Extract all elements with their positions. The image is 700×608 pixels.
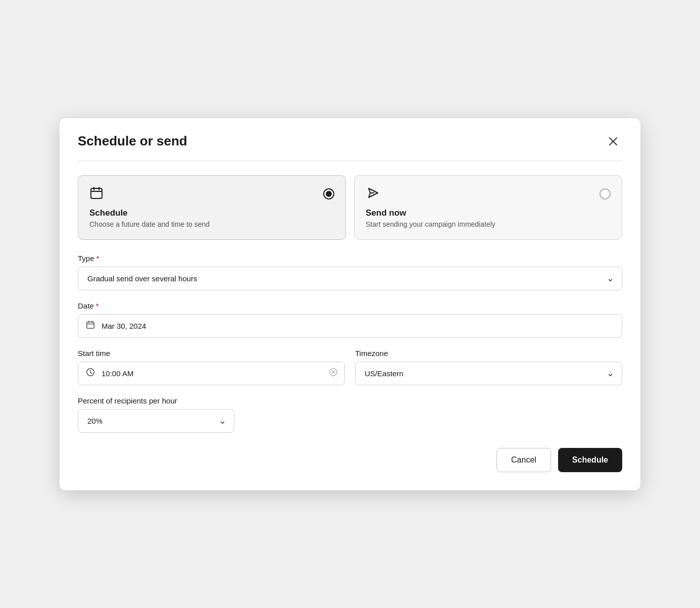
schedule-card-top [89, 186, 334, 202]
modal-title: Schedule or send [78, 133, 187, 149]
timezone-select[interactable]: US/Eastern US/Central US/Pacific UTC [355, 362, 622, 385]
send-now-option-desc: Start sending your campaign immediately [366, 220, 611, 228]
send-now-option-title: Send now [366, 208, 611, 218]
calendar-icon [89, 186, 104, 202]
schedule-radio-inner [326, 191, 332, 197]
timezone-label: Timezone [355, 349, 622, 358]
percent-section: Percent of recipients per hour 5% 10% 20… [78, 396, 622, 433]
send-now-radio[interactable] [599, 188, 611, 199]
percent-select-wrapper: 5% 10% 20% 25% 50% 100% ⌄ [78, 409, 234, 433]
percent-select[interactable]: 5% 10% 20% 25% 50% 100% [78, 409, 234, 433]
time-timezone-row: Start time [78, 349, 622, 385]
send-now-card-top [366, 186, 611, 202]
timezone-section: Timezone US/Eastern US/Central US/Pacifi… [355, 349, 622, 385]
close-button[interactable] [604, 132, 622, 150]
schedule-radio[interactable] [323, 188, 334, 199]
modal: Schedule or send [60, 118, 640, 490]
percent-label: Percent of recipients per hour [78, 396, 622, 405]
date-input-wrapper [78, 314, 622, 338]
date-required-star: * [96, 301, 99, 310]
type-label: Type * [78, 254, 622, 263]
time-input[interactable] [78, 362, 345, 385]
cancel-button[interactable]: Cancel [496, 448, 551, 472]
start-time-label: Start time [78, 349, 345, 358]
schedule-option-title: Schedule [89, 208, 334, 218]
send-icon [366, 186, 380, 202]
time-input-wrapper [78, 362, 345, 385]
type-required-star: * [96, 254, 99, 263]
type-select[interactable]: Gradual send over several hours Send all… [78, 267, 622, 290]
options-row: Schedule Choose a future date and time t… [78, 175, 622, 240]
time-clear-icon[interactable] [329, 368, 338, 379]
modal-body: Schedule Choose a future date and time t… [60, 161, 640, 490]
send-now-option-card[interactable]: Send now Start sending your campaign imm… [354, 175, 622, 240]
schedule-option-card[interactable]: Schedule Choose a future date and time t… [78, 175, 346, 240]
schedule-button[interactable]: Schedule [558, 448, 622, 472]
svg-rect-2 [91, 188, 102, 198]
date-section: Date * [78, 301, 622, 338]
schedule-option-desc: Choose a future date and time to send [89, 220, 334, 228]
type-section: Type * Gradual send over several hours S… [78, 254, 622, 290]
footer-buttons: Cancel Schedule [78, 444, 622, 472]
timezone-select-wrapper: US/Eastern US/Central US/Pacific UTC ⌄ [355, 362, 622, 385]
start-time-section: Start time [78, 349, 345, 385]
type-select-wrapper: Gradual send over several hours Send all… [78, 267, 622, 290]
date-input[interactable] [78, 314, 622, 338]
modal-header: Schedule or send [60, 118, 640, 161]
date-label: Date * [78, 301, 622, 310]
close-icon [608, 136, 618, 146]
